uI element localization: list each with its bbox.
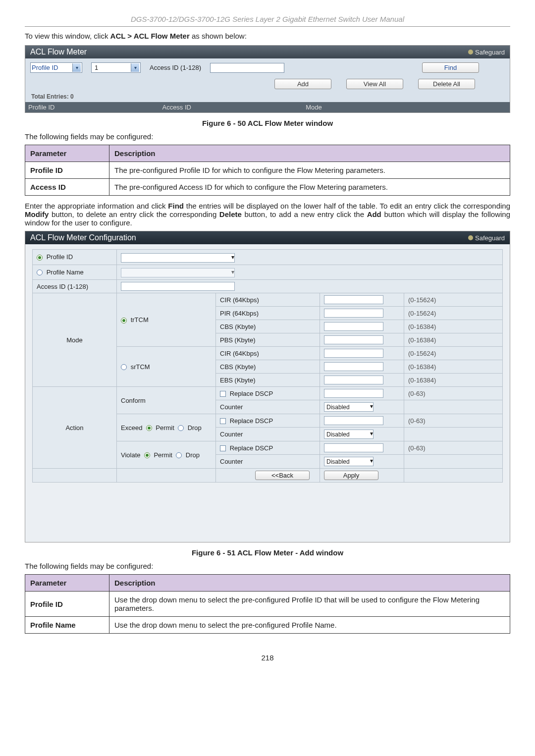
violate-counter-label: Counter <box>216 455 320 469</box>
param-header: Parameter <box>25 575 109 592</box>
chevron-down-icon: ▾ <box>72 63 81 72</box>
srtcm-cbs-input[interactable] <box>324 362 383 371</box>
param-header: Parameter <box>25 145 109 162</box>
exceed-counter-select[interactable]: Disabled ▾ <box>324 430 374 439</box>
radio-off-icon <box>121 364 127 370</box>
access-id-input[interactable] <box>210 63 284 73</box>
figure-caption-2: Figure 6 - 51 ACL Flow Meter - Add windo… <box>25 548 510 557</box>
cfg-title-text: ACL Flow Meter Configuration <box>30 233 136 242</box>
profile-name-select-cell: ▾ <box>117 265 503 280</box>
conform-counter-select[interactable]: Disabled ▾ <box>324 402 374 412</box>
desc-header: Description <box>109 145 510 162</box>
chevron-down-icon: ▾ <box>370 430 373 438</box>
safeguard-icon <box>468 50 473 54</box>
action-buttons-row: Add View All Delete All <box>30 79 475 89</box>
param-desc: The pre-configured Access ID for which t… <box>109 179 510 196</box>
add-button[interactable]: Add <box>274 79 331 89</box>
param-name: Profile Name <box>25 617 109 634</box>
violate-replace-dscp[interactable]: Replace DSCP <box>216 441 320 455</box>
cfg-title-bar: ACL Flow Meter Configuration Safeguard <box>25 231 510 244</box>
manual-header: DGS-3700-12/DGS-3700-12G Series Layer 2 … <box>25 15 510 23</box>
header-rule <box>25 26 510 27</box>
parameters-table-2: Parameter Description Profile ID Use the… <box>25 574 510 634</box>
exceed-counter-label: Counter <box>216 428 320 441</box>
cir-input[interactable] <box>324 295 383 304</box>
figure-caption-1: Figure 6 - 50 ACL Flow Meter window <box>25 119 510 127</box>
safeguard-text: Safeguard <box>475 234 505 242</box>
radio-on-icon[interactable] <box>146 425 152 431</box>
profile-id-dropdown[interactable]: ▾ <box>121 253 235 263</box>
exceed-dscp-range: (0-63) <box>404 414 503 428</box>
srtcm-cir-input[interactable] <box>324 349 383 358</box>
radio-off-icon <box>37 270 43 275</box>
checkbox-icon <box>220 391 226 397</box>
profile-name-row[interactable]: Profile Name <box>33 265 117 280</box>
radio-off-icon[interactable] <box>176 452 182 458</box>
access-id-label: Access ID (1-128) <box>33 280 117 293</box>
srtcm-radio[interactable]: srTCM <box>117 347 216 387</box>
page-number: 218 <box>25 653 510 662</box>
radio-on-icon <box>37 255 43 261</box>
apply-button[interactable]: Apply <box>324 471 378 480</box>
intro-suffix: as shown below: <box>192 32 247 40</box>
profile-id-value-select[interactable]: 1 ▾ <box>91 62 141 73</box>
violate-counter-select[interactable]: Disabled ▾ <box>324 457 374 466</box>
fields-intro-2: The following fields may be configured: <box>25 562 510 570</box>
grid-col-profile-id: Profile ID <box>28 104 162 111</box>
ebs-input[interactable] <box>324 376 383 384</box>
param-desc: Use the drop down menu to select the pre… <box>109 617 510 634</box>
back-button[interactable]: <<Back <box>255 471 310 480</box>
safeguard-icon <box>468 235 473 240</box>
pbs-label: PBS (Kbyte) <box>216 333 320 347</box>
cbs-label: CBS (Kbyte) <box>216 320 320 333</box>
find-button[interactable]: Find <box>422 62 479 73</box>
action-label: Action <box>33 387 117 469</box>
access-id-input-cell <box>117 280 503 293</box>
chevron-down-icon: ▾ <box>231 254 234 262</box>
trtcm-label: trTCM <box>131 316 149 324</box>
panel-body: Profile ID ▾ 1 ▾ Access ID (1-128) Find … <box>25 58 510 102</box>
total-entries-label: Total Entries: 0 <box>31 93 505 100</box>
pir-input[interactable] <box>324 309 383 318</box>
profile-id-select-label: Profile ID <box>32 64 58 71</box>
exceed-row: Exceed Permit Drop <box>117 414 216 441</box>
profile-id-row[interactable]: Profile ID <box>33 250 117 265</box>
panel-title-bar: ACL Flow Meter Safeguard <box>25 46 510 58</box>
checkbox-icon <box>220 445 226 451</box>
conform-replace-dscp[interactable]: Replace DSCP <box>216 387 320 400</box>
acl-flow-meter-config-panel: ACL Flow Meter Configuration Safeguard P… <box>25 231 510 542</box>
pbs-input[interactable] <box>324 335 383 344</box>
view-all-button[interactable]: View All <box>346 79 403 89</box>
chevron-down-icon: ▾ <box>370 403 373 411</box>
mode-label: Mode <box>33 293 117 387</box>
param-desc: The pre-configured Profile ID for which … <box>109 162 510 179</box>
profile-id-select[interactable]: Profile ID ▾ <box>30 62 82 73</box>
trtcm-radio[interactable]: trTCM <box>117 293 216 347</box>
conform-label: Conform <box>117 387 216 414</box>
table-row: Profile Name Use the drop down menu to s… <box>25 617 510 634</box>
intro-line: To view this window, click ACL > ACL Flo… <box>25 32 510 40</box>
chevron-down-icon: ▾ <box>231 269 234 277</box>
conform-dscp-input[interactable] <box>324 389 383 398</box>
cbs-input[interactable] <box>324 322 383 331</box>
radio-on-icon <box>121 318 127 324</box>
radio-on-icon[interactable] <box>144 452 150 458</box>
profile-name-label: Profile Name <box>47 269 84 276</box>
param-name: Profile ID <box>25 592 109 617</box>
acl-flow-meter-panel: ACL Flow Meter Safeguard Profile ID ▾ 1 … <box>25 45 510 113</box>
exceed-dscp-input[interactable] <box>324 416 383 425</box>
srtcm-cir-range: (0-15624) <box>404 347 503 360</box>
violate-dscp-input[interactable] <box>324 443 383 452</box>
pbs-range: (0-16384) <box>404 333 503 347</box>
exceed-replace-dscp[interactable]: Replace DSCP <box>216 414 320 428</box>
access-id-input[interactable] <box>121 282 235 291</box>
chevron-down-icon: ▾ <box>131 63 139 72</box>
srtcm-cir-label: CIR (64Kbps) <box>216 347 320 360</box>
radio-off-icon[interactable] <box>178 425 184 431</box>
delete-all-button[interactable]: Delete All <box>418 79 475 89</box>
profile-name-dropdown[interactable]: ▾ <box>121 268 235 277</box>
profile-id-value: 1 <box>95 64 98 71</box>
safeguard-badge: Safeguard <box>468 49 505 56</box>
table-row: Access ID The pre-configured Access ID f… <box>25 179 510 196</box>
cfg-table: Profile ID ▾ Profile Name ▾ <box>32 249 503 483</box>
